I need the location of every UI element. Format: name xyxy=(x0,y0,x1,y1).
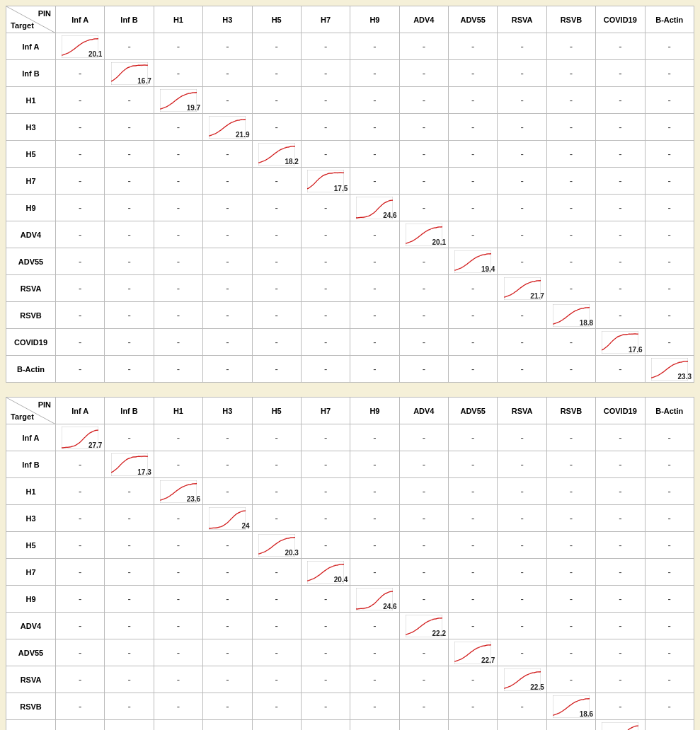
dash-cell-5-2: - xyxy=(154,168,202,195)
chart-wrapper: 27.7 xyxy=(56,425,104,451)
dash-cell-10-3: - xyxy=(203,302,252,329)
dash-cell-5-3: - xyxy=(203,168,252,195)
dash-cell-12-2: - xyxy=(154,356,202,383)
col-header-6: H9 xyxy=(350,398,399,424)
table-row: H1-- 19.7 ---------- xyxy=(6,87,694,114)
dash-cell-12-10: - xyxy=(546,356,595,383)
dash-cell-12-3: - xyxy=(203,356,252,383)
dash-cell-9-6: - xyxy=(350,666,399,693)
dash-cell-1-7: - xyxy=(399,60,448,87)
row-header-1: Inf B xyxy=(6,451,56,478)
dash-cell-2-4: - xyxy=(252,478,301,505)
row-header-11: COVID19 xyxy=(6,720,56,731)
dash-cell-10-12: - xyxy=(645,693,694,720)
dash-cell-2-5: - xyxy=(301,87,350,114)
dash-cell-3-9: - xyxy=(498,114,546,141)
dash-cell-7-11: - xyxy=(596,613,645,639)
chart-cell-6-6: 24.6 xyxy=(350,586,399,613)
dash-cell-0-4: - xyxy=(252,424,301,451)
chart-value: 20.3 xyxy=(285,549,298,557)
col-header-0: Inf A xyxy=(56,6,105,33)
dash-cell-1-3: - xyxy=(203,60,252,87)
dash-cell-0-10: - xyxy=(546,424,595,451)
dash-cell-7-1: - xyxy=(105,613,154,639)
table-row: H7----- 17.5 ------- xyxy=(6,168,694,195)
dash-cell-5-6: - xyxy=(350,559,399,586)
row-header-2: H1 xyxy=(6,478,56,505)
dash-cell-1-0: - xyxy=(56,451,105,478)
dash-cell-7-6: - xyxy=(350,613,399,639)
row-header-0: Inf A xyxy=(6,424,56,451)
matrix-table-0: PIN Target Inf AInf BH1H3H5H7H9ADV4ADV55… xyxy=(6,6,694,383)
chart-wrapper: 18.6 xyxy=(547,694,595,719)
col-header-4: H5 xyxy=(252,398,301,424)
chart-wrapper: 20.4 xyxy=(302,560,350,585)
table-row: H5---- 18.2 -------- xyxy=(6,141,694,168)
dash-cell-11-10: - xyxy=(546,720,595,731)
dash-cell-10-2: - xyxy=(154,693,202,720)
chart-value: 24.6 xyxy=(383,603,396,610)
dash-cell-1-2: - xyxy=(154,60,202,87)
chart-cell-10-10: 18.6 xyxy=(546,693,595,720)
dash-cell-6-12: - xyxy=(645,586,694,613)
dash-cell-4-0: - xyxy=(56,532,105,559)
dash-cell-0-1: - xyxy=(105,33,154,60)
dash-cell-9-12: - xyxy=(645,666,694,693)
chart-cell-9-9: 22.5 xyxy=(498,666,546,693)
chart-value: 18.8 xyxy=(580,319,593,327)
corner-header-0: PIN Target xyxy=(6,6,56,33)
dash-cell-0-11: - xyxy=(596,33,645,60)
dash-cell-5-11: - xyxy=(596,559,645,586)
row-header-4: H5 xyxy=(6,532,56,559)
dash-cell-0-6: - xyxy=(350,33,399,60)
chart-value: 20.1 xyxy=(432,238,446,246)
dash-cell-6-4: - xyxy=(252,195,301,221)
chart-wrapper: 19.7 xyxy=(154,88,202,113)
dash-cell-3-4: - xyxy=(252,114,301,141)
dash-cell-1-2: - xyxy=(154,451,202,478)
dash-cell-7-0: - xyxy=(56,613,105,639)
dash-cell-11-0: - xyxy=(56,720,105,731)
dash-cell-5-10: - xyxy=(546,559,595,586)
dash-cell-5-12: - xyxy=(645,168,694,195)
dash-cell-10-11: - xyxy=(596,302,645,329)
chart-value: 24 xyxy=(241,522,249,530)
dash-cell-4-1: - xyxy=(105,532,154,559)
dash-cell-11-0: - xyxy=(56,329,105,356)
dash-cell-6-3: - xyxy=(203,195,252,221)
table-row: H9------ 24.6 ------ xyxy=(6,195,694,221)
dash-cell-3-5: - xyxy=(301,114,350,141)
dash-cell-7-12: - xyxy=(645,613,694,639)
dash-cell-9-5: - xyxy=(301,275,350,302)
chart-wrapper: 24.6 xyxy=(350,586,398,612)
dash-cell-2-5: - xyxy=(301,478,350,505)
dash-cell-8-4: - xyxy=(252,248,301,275)
dash-cell-1-7: - xyxy=(399,451,448,478)
col-header-5: H7 xyxy=(301,398,350,424)
dash-cell-0-10: - xyxy=(546,33,595,60)
chart-value: 21.9 xyxy=(236,131,249,139)
col-header-11: COVID19 xyxy=(596,6,645,33)
col-header-8: ADV55 xyxy=(449,398,498,424)
dash-cell-5-1: - xyxy=(105,559,154,586)
dash-cell-1-10: - xyxy=(546,451,595,478)
dash-cell-11-12: - xyxy=(645,720,694,731)
table-row: ADV4------- 22.2 ----- xyxy=(6,613,694,639)
chart-wrapper: 17.3 xyxy=(105,452,153,477)
table-row: B-Actin------------ 23.3 xyxy=(6,356,694,383)
dash-cell-9-11: - xyxy=(596,275,645,302)
dash-cell-1-12: - xyxy=(645,60,694,87)
chart-value: 19.7 xyxy=(187,104,200,112)
row-header-7: ADV4 xyxy=(6,221,56,248)
dash-cell-2-8: - xyxy=(449,87,498,114)
dash-cell-4-12: - xyxy=(645,532,694,559)
chart-value: 17.5 xyxy=(334,185,348,192)
dash-cell-9-5: - xyxy=(301,666,350,693)
chart-value: 23.6 xyxy=(187,495,200,503)
dash-cell-8-1: - xyxy=(105,248,154,275)
dash-cell-6-3: - xyxy=(203,586,252,613)
dash-cell-4-0: - xyxy=(56,141,105,168)
dash-cell-10-4: - xyxy=(252,302,301,329)
dash-cell-0-9: - xyxy=(498,424,546,451)
chart-wrapper: 24 xyxy=(203,506,251,531)
